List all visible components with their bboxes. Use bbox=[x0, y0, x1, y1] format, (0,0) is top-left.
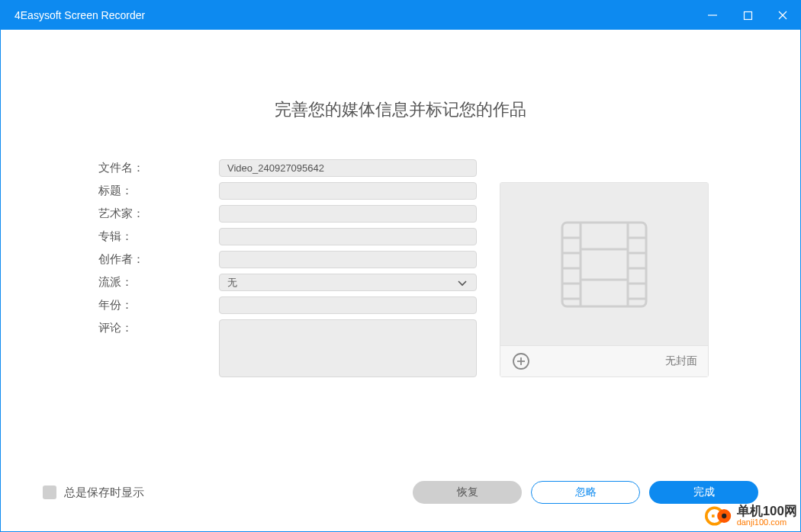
app-window: 4Easysoft Screen Recorder 完善您的媒体信息并标记您的作… bbox=[0, 0, 801, 532]
label-comment: 评论： bbox=[98, 319, 219, 335]
label-artist: 艺术家： bbox=[98, 207, 219, 221]
year-input[interactable] bbox=[219, 296, 477, 314]
row-year: 年份： bbox=[98, 296, 477, 314]
label-filename: 文件名： bbox=[98, 161, 219, 175]
genre-value: 无 bbox=[227, 276, 237, 290]
cover-panel: 无封面 bbox=[500, 182, 709, 377]
ignore-button[interactable]: 忽略 bbox=[531, 481, 640, 504]
titlebar: 4Easysoft Screen Recorder bbox=[1, 1, 800, 30]
chevron-down-icon bbox=[456, 277, 468, 289]
watermark-logo-icon bbox=[705, 502, 732, 530]
artist-input[interactable] bbox=[219, 205, 477, 223]
close-icon bbox=[777, 10, 788, 21]
row-title: 标题： bbox=[98, 182, 477, 200]
close-button[interactable] bbox=[765, 1, 800, 30]
minimize-button[interactable] bbox=[695, 1, 730, 30]
label-year: 年份： bbox=[98, 298, 219, 312]
form-fields: 文件名： 标题： 艺术家： 专辑： 创作者： bbox=[98, 159, 477, 383]
film-icon bbox=[555, 215, 654, 314]
watermark-cn: 单机100网 bbox=[737, 505, 797, 518]
row-filename: 文件名： bbox=[98, 159, 477, 177]
creator-input[interactable] bbox=[219, 251, 477, 268]
content-area: 完善您的媒体信息并标记您的作品 文件名： 标题： 艺术家： 专辑： bbox=[1, 30, 800, 531]
minimize-icon bbox=[707, 10, 718, 21]
window-controls bbox=[695, 1, 800, 30]
watermark-text: 单机100网 danji100.com bbox=[737, 505, 797, 527]
comment-input[interactable] bbox=[219, 319, 477, 377]
row-artist: 艺术家： bbox=[98, 205, 477, 223]
label-creator: 创作者： bbox=[98, 252, 219, 267]
svg-rect-1 bbox=[744, 11, 751, 19]
cover-preview bbox=[500, 183, 708, 346]
row-album: 专辑： bbox=[98, 228, 477, 245]
title-input[interactable] bbox=[219, 182, 477, 200]
genre-select[interactable]: 无 bbox=[219, 274, 477, 291]
svg-point-24 bbox=[722, 514, 726, 518]
svg-rect-25 bbox=[712, 514, 715, 518]
app-title: 4Easysoft Screen Recorder bbox=[14, 9, 145, 21]
label-genre: 流派： bbox=[98, 275, 219, 290]
maximize-button[interactable] bbox=[730, 1, 765, 30]
always-show-checkbox[interactable]: 总是保存时显示 bbox=[43, 486, 144, 500]
always-show-label: 总是保存时显示 bbox=[64, 486, 144, 500]
maximize-icon bbox=[743, 11, 753, 21]
add-cover-button[interactable] bbox=[511, 351, 531, 371]
footer-bar: 总是保存时显示 恢复 忽略 完成 bbox=[1, 481, 800, 504]
row-comment: 评论： bbox=[98, 319, 477, 377]
restore-button[interactable]: 恢复 bbox=[413, 481, 522, 504]
no-cover-label: 无封面 bbox=[665, 354, 697, 368]
plus-circle-icon bbox=[512, 352, 530, 370]
form-area: 文件名： 标题： 艺术家： 专辑： 创作者： bbox=[1, 159, 800, 383]
filename-input[interactable] bbox=[219, 159, 477, 177]
checkbox-icon bbox=[43, 486, 56, 499]
cover-footer: 无封面 bbox=[500, 346, 708, 377]
album-input[interactable] bbox=[219, 228, 477, 245]
row-genre: 流派： 无 bbox=[98, 274, 477, 291]
row-creator: 创作者： bbox=[98, 251, 477, 268]
label-album: 专辑： bbox=[98, 229, 219, 244]
watermark: 单机100网 danji100.com bbox=[705, 502, 797, 530]
done-button[interactable]: 完成 bbox=[649, 481, 758, 504]
label-title: 标题： bbox=[98, 184, 219, 198]
footer-buttons: 恢复 忽略 完成 bbox=[413, 481, 758, 504]
watermark-url: danji100.com bbox=[737, 518, 797, 527]
svg-rect-4 bbox=[562, 223, 646, 306]
page-heading: 完善您的媒体信息并标记您的作品 bbox=[1, 98, 800, 121]
